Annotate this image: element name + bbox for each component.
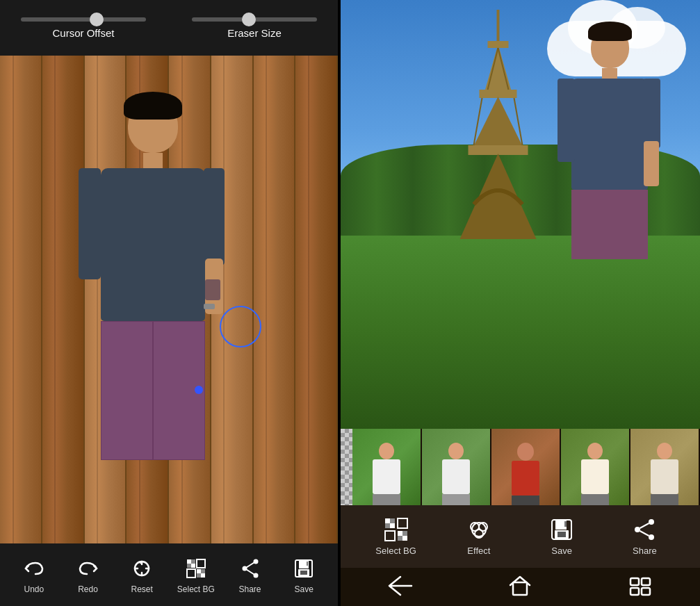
svg-rect-37 (402, 536, 407, 541)
svg-rect-34 (385, 531, 395, 541)
subject-person (83, 99, 222, 543)
person-tattoo (205, 279, 220, 300)
right-save-label: Save (551, 546, 572, 556)
svg-line-51 (640, 531, 649, 536)
effect-button[interactable]: Effect (451, 517, 507, 556)
right-share-icon (632, 517, 657, 542)
thumbnail-3[interactable] (491, 429, 561, 505)
save-icon (291, 556, 316, 581)
main-photo (341, 0, 700, 429)
svg-line-50 (640, 523, 649, 528)
eiffel-tower-container (453, 10, 543, 249)
cursor-offset-control[interactable]: Cursor Offset (14, 17, 153, 39)
undo-button[interactable]: Undo (13, 556, 55, 594)
svg-rect-56 (642, 588, 650, 595)
right-person-left-arm (557, 79, 575, 162)
svg-rect-52 (513, 582, 527, 595)
svg-rect-32 (390, 523, 395, 528)
thumbnail-2[interactable] (422, 429, 491, 505)
back-icon (388, 575, 413, 596)
home-icon (507, 575, 532, 596)
ground-background (341, 236, 700, 429)
share-icon (238, 556, 263, 581)
thumbnail-strip (341, 429, 700, 505)
reset-button[interactable]: Reset (121, 556, 163, 594)
right-person-forearm (644, 141, 659, 186)
svg-rect-5 (187, 569, 195, 578)
person-head (128, 99, 178, 153)
eiffel-tower-svg (453, 10, 543, 246)
person-shirt (101, 168, 205, 321)
undo-label: Undo (24, 584, 44, 594)
canvas-area[interactable] (0, 56, 338, 543)
cursor-offset-track[interactable] (21, 17, 146, 22)
person-neck (143, 153, 163, 168)
select-bg-icon (184, 556, 209, 581)
right-share-button[interactable]: Share (617, 517, 672, 556)
right-bottom-toolbar: Select BG Effect Save (341, 505, 700, 568)
nav-back-button[interactable] (388, 575, 413, 599)
svg-rect-3 (191, 564, 195, 568)
person-left-arm (79, 168, 101, 279)
eraser-size-track[interactable] (192, 17, 317, 22)
svg-marker-23 (472, 97, 523, 149)
right-select-bg-button[interactable]: Select BG (368, 517, 424, 556)
eraser-size-control[interactable]: Eraser Size (185, 17, 324, 39)
svg-rect-2 (187, 559, 191, 564)
thumbnail-1[interactable] (352, 429, 422, 505)
svg-rect-54 (642, 578, 650, 585)
svg-marker-25 (459, 154, 536, 239)
svg-rect-53 (630, 578, 639, 585)
cursor-offset-dot (195, 386, 203, 394)
svg-rect-33 (398, 518, 407, 528)
composite-person (561, 26, 658, 249)
cursor-offset-label: Cursor Offset (53, 27, 115, 39)
select-bg-button[interactable]: Select BG (175, 556, 217, 594)
effect-icon (466, 517, 491, 542)
right-person-body (571, 79, 648, 190)
svg-rect-18 (307, 562, 308, 566)
right-save-button[interactable]: Save (534, 517, 589, 556)
svg-rect-31 (385, 518, 390, 523)
thumb-person-4 (578, 443, 612, 505)
thumb-checker[interactable] (341, 429, 352, 505)
right-person-pants (571, 190, 648, 259)
thumbnail-5[interactable] (630, 429, 700, 505)
top-controls: Cursor Offset Eraser Size (0, 0, 338, 56)
reset-icon (129, 556, 154, 581)
svg-rect-7 (197, 569, 201, 573)
thumb-person-1 (369, 443, 404, 505)
cursor-offset-thumb[interactable] (90, 13, 104, 26)
save-button[interactable]: Save (283, 556, 325, 594)
svg-point-48 (649, 534, 654, 540)
svg-line-12 (246, 562, 254, 567)
right-person-head (591, 26, 629, 68)
svg-rect-8 (201, 573, 205, 578)
svg-rect-45 (557, 532, 566, 537)
left-bottom-toolbar: Undo Redo Reset (0, 543, 338, 606)
right-person-right-arm (643, 79, 660, 148)
plank-1 (0, 56, 42, 543)
redo-button[interactable]: Redo (67, 556, 109, 594)
person-left-leg (101, 321, 153, 460)
thumbnail-4[interactable] (561, 429, 630, 505)
share-button[interactable]: Share (229, 556, 271, 594)
thumb-person-2 (439, 443, 473, 505)
right-save-icon (549, 517, 574, 542)
share-label: Share (239, 584, 261, 594)
eraser-size-thumb[interactable] (242, 13, 256, 26)
nav-home-button[interactable] (507, 575, 532, 599)
person-hair (124, 92, 182, 120)
svg-rect-55 (630, 588, 639, 595)
right-share-label: Share (633, 546, 657, 556)
plank-8 (295, 56, 338, 543)
person-watch (204, 304, 215, 309)
thumb-person-3 (508, 443, 543, 505)
right-panel: Select BG Effect Save (341, 0, 700, 606)
plank-7 (254, 56, 296, 543)
save-label: Save (295, 584, 314, 594)
person-right-arm (204, 168, 225, 265)
reset-label: Reset (131, 584, 152, 594)
plank-2 (42, 56, 85, 543)
nav-recent-button[interactable] (628, 575, 653, 599)
